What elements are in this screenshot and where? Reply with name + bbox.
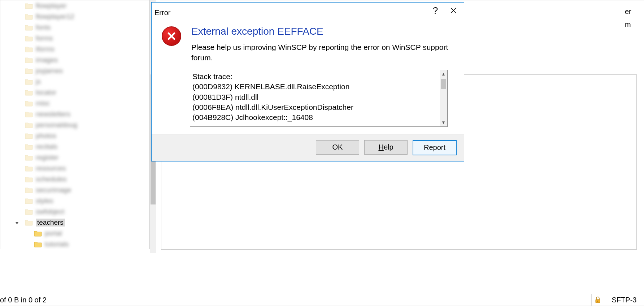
ok-button[interactable]: OK (316, 140, 359, 155)
folder-icon (25, 165, 33, 172)
tree-item[interactable]: recitals (0, 141, 149, 152)
folder-icon (25, 187, 33, 193)
stack-trace-box: Stack trace: (000D9832) KERNELBASE.dll.R… (190, 70, 448, 127)
help-button[interactable]: Help (364, 140, 408, 155)
folder-icon (25, 208, 33, 215)
dialog-message: Please help us improving WinSCP by repor… (191, 42, 454, 63)
tree-item[interactable]: photos (0, 130, 149, 141)
tree-item-label: resources (36, 164, 66, 172)
tree-item[interactable]: flowplayer12 (0, 11, 149, 22)
dialog-buttonbar: OK Help Report (152, 134, 464, 161)
tree-item[interactable]: newsletters (0, 109, 149, 120)
folder-icon (25, 24, 33, 31)
folder-icon (25, 57, 33, 63)
tree-item[interactable]: joyjames (0, 65, 149, 76)
dialog-titlebar[interactable]: Error ? (152, 3, 464, 18)
folder-icon (25, 13, 33, 20)
tree-item[interactable]: register (0, 152, 149, 163)
folder-icon (25, 46, 33, 52)
close-icon[interactable] (444, 3, 462, 18)
folder-icon (34, 230, 42, 237)
scroll-up-icon[interactable]: ▲ (441, 70, 446, 78)
tree-item-label: swfobject (36, 208, 64, 216)
tree-item-label: images (36, 56, 58, 64)
tree-item[interactable]: flowplayer (0, 0, 149, 11)
tree-item-label: styles (36, 197, 53, 205)
scroll-down-icon[interactable]: ▼ (441, 118, 446, 126)
tree-item-label: photos (36, 132, 56, 140)
tree-item[interactable]: personaldoug (0, 120, 149, 130)
tree-item-label: forms (36, 34, 53, 42)
help-icon[interactable]: ? (426, 3, 444, 18)
error-icon (162, 26, 181, 46)
tree-item-label: recitals (36, 143, 57, 151)
dialog-body: External exception EEFFACE Please help u… (152, 18, 464, 134)
folder-icon (25, 176, 33, 182)
dialog-title: Error (155, 4, 426, 17)
folder-icon (25, 89, 33, 96)
ok-label: OK (332, 143, 343, 151)
tree-item-label: securimage (36, 186, 71, 194)
folder-icon (25, 100, 33, 107)
tree-item-label: misc (36, 99, 50, 107)
tree-item[interactable]: portal (0, 228, 149, 239)
tree-item[interactable]: tutorials (0, 239, 149, 249)
folder-tree[interactable]: flowplayer flowplayer12 fonts forms ifor… (0, 0, 150, 249)
tree-item[interactable]: styles (0, 195, 149, 206)
dialog-heading: External exception EEFFACE (191, 26, 454, 37)
folder-icon (25, 154, 33, 161)
folder-icon (25, 68, 33, 74)
report-button[interactable]: Report (413, 140, 457, 155)
tree-item[interactable]: misc (0, 98, 149, 109)
tree-item-label: js (36, 78, 41, 86)
trace-scroll-thumb[interactable] (441, 79, 446, 89)
trace-scrollbar[interactable]: ▲ ▼ (440, 70, 447, 126)
tree-item-label: schedules (36, 175, 67, 183)
tree-item-label: locator (36, 89, 56, 96)
tree-item-label: joyjames (36, 67, 63, 75)
tree-item[interactable]: iforms (0, 44, 149, 55)
peek-text-2: m (625, 21, 631, 29)
help-label: Help (378, 143, 393, 151)
tree-item[interactable]: locator (0, 87, 149, 98)
folder-icon (25, 133, 33, 139)
tree-item-label: newsletters (36, 110, 70, 118)
folder-icon (25, 35, 33, 42)
lock-icon (591, 294, 604, 306)
tree-item-label: teachers (36, 219, 65, 227)
chevron-down-icon[interactable] (14, 220, 20, 226)
tree-item-label: portal (45, 229, 62, 237)
tree-item[interactable]: fonts (0, 22, 149, 33)
tree-item[interactable]: images (0, 55, 149, 65)
tree-item[interactable]: js (0, 76, 149, 87)
error-dialog: Error ? External exception EEFFACE Pleas… (151, 2, 464, 161)
tree-item-label: tutorials (45, 240, 69, 248)
tree-item[interactable]: schedules (0, 174, 149, 185)
tree-item[interactable]: teachers (0, 217, 149, 228)
folder-icon (25, 111, 33, 117)
tree-item-label: flowplayer12 (36, 13, 74, 21)
folder-icon (25, 3, 33, 9)
tree-item[interactable]: securimage (0, 185, 149, 195)
status-protocol: SFTP-3 (604, 294, 644, 306)
svg-point-1 (597, 301, 599, 302)
tree-item[interactable]: resources (0, 163, 149, 174)
report-label: Report (424, 143, 445, 152)
tree-item[interactable]: swfobject (0, 206, 149, 217)
tree-item-label: personaldoug (36, 121, 77, 129)
status-bar: of 0 B in 0 of 2 SFTP-3 (0, 294, 644, 306)
tree-item-label: flowplayer (36, 2, 67, 10)
folder-icon (34, 241, 42, 247)
folder-icon (25, 122, 33, 128)
tree-item-label: iforms (36, 45, 55, 53)
peek-text-1: er (625, 8, 631, 16)
tree-item-label: register (36, 154, 58, 161)
stack-trace-text[interactable]: Stack trace: (000D9832) KERNELBASE.dll.R… (192, 72, 439, 125)
folder-icon (25, 78, 33, 85)
tree-item-label: fonts (36, 23, 51, 31)
status-left: of 0 B in 0 of 2 (0, 296, 591, 304)
tree-item[interactable]: forms (0, 33, 149, 44)
folder-icon (25, 198, 33, 204)
folder-icon (25, 219, 33, 226)
folder-icon (25, 143, 33, 150)
